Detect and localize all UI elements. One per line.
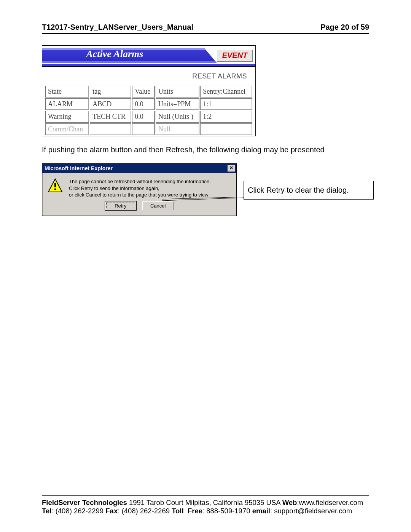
svg-rect-2: [54, 189, 56, 190]
table-header-row: State tag Value Units Sentry:Channel: [45, 86, 252, 97]
page-footer: FieldServer Technologies 1991 Tarob Cour…: [27, 495, 384, 515]
table-row: Comm/Chan Null: [45, 123, 252, 135]
doc-title: T12017-Sentry_LANServer_Users_Manual: [42, 23, 193, 32]
dialog-titlebar: Microsoft Internet Explorer ✕: [42, 164, 236, 173]
table-row: Warning TECH CTR 0.0 Null (Units ) 1:2: [45, 111, 252, 123]
page-header: T12017-Sentry_LANServer_Users_Manual Pag…: [42, 23, 369, 34]
alarm-banner: Active Alarms EVENT: [42, 46, 255, 65]
table-row: ALARM ABCD 0.0 Units=PPM 1:1: [45, 98, 252, 110]
alarm-table: State tag Value Units Sentry:Channel ALA…: [45, 85, 253, 136]
banner-title: Active Alarms: [42, 46, 187, 62]
reset-alarms-link[interactable]: RESET ALARMS: [192, 72, 247, 80]
callout: Click Retry to clear the dialog.: [244, 181, 374, 200]
col-units: Units: [156, 86, 199, 97]
col-state: State: [45, 86, 89, 97]
warning-icon: [48, 178, 63, 193]
alarm-screenshot: Active Alarms EVENT RESET ALARMS State t…: [42, 45, 256, 136]
col-sentry: Sentry:Channel: [200, 86, 252, 97]
ie-dialog: Microsoft Internet Explorer ✕ The page c…: [42, 163, 237, 216]
dialog-title-text: Microsoft Internet Explorer: [45, 165, 113, 171]
retry-button[interactable]: Retry: [105, 201, 136, 210]
col-tag: tag: [90, 86, 131, 97]
col-value: Value: [132, 86, 155, 97]
page-number: Page 20 of 59: [320, 23, 369, 32]
cancel-button[interactable]: Cancel: [142, 201, 174, 210]
body-paragraph: If pushing the alarm button and then Ref…: [42, 145, 384, 154]
close-icon[interactable]: ✕: [228, 165, 235, 172]
dialog-message: The page cannot be refreshed without res…: [69, 178, 211, 198]
event-button[interactable]: EVENT: [217, 50, 253, 62]
svg-rect-1: [54, 183, 56, 187]
